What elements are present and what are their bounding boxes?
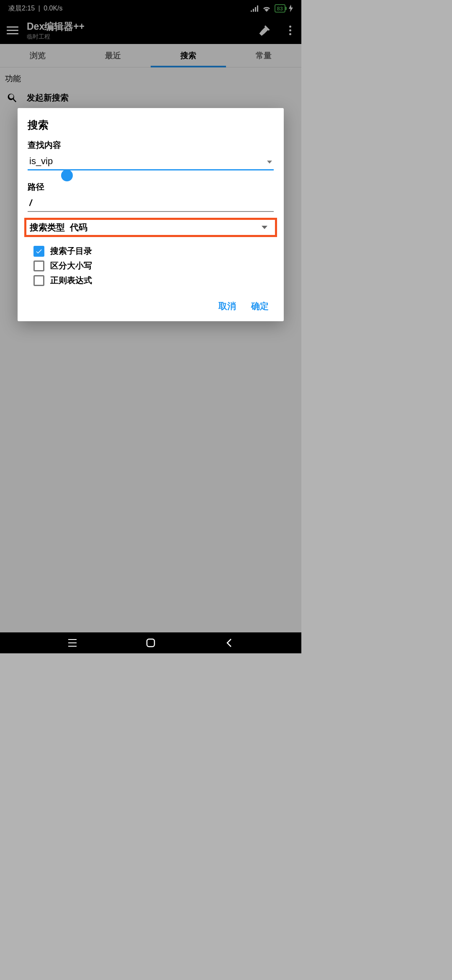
checkbox-row-subdirs[interactable]: 搜索子目录 (33, 244, 274, 258)
path-input[interactable] (28, 195, 274, 212)
search-type-label: 搜索类型 代码 (30, 222, 87, 233)
confirm-button[interactable]: 确定 (251, 300, 269, 312)
home-button[interactable] (145, 637, 156, 648)
checkbox-label: 搜索子目录 (50, 245, 92, 257)
search-type-dropdown[interactable]: 搜索类型 代码 (24, 218, 277, 237)
recent-apps-button[interactable] (67, 637, 78, 648)
text-cursor-handle[interactable] (61, 170, 73, 181)
back-button[interactable] (223, 637, 234, 648)
checkbox-label: 正则表达式 (50, 275, 92, 286)
checkbox-group: 搜索子目录 区分大小写 正则表达式 (18, 237, 284, 291)
checkbox-row-regex[interactable]: 正则表达式 (33, 273, 274, 288)
svg-rect-0 (147, 639, 154, 647)
search-dialog: 搜索 查找内容 路径 搜索类型 代码 搜索子目录 区分大小写 (18, 108, 284, 321)
checkbox-row-case[interactable]: 区分大小写 (33, 258, 274, 273)
checkbox-label: 区分大小写 (50, 260, 92, 271)
path-label: 路径 (28, 181, 274, 193)
find-input[interactable] (28, 153, 274, 170)
dialog-title: 搜索 (18, 118, 284, 139)
chevron-down-icon[interactable] (267, 160, 272, 163)
chevron-down-icon (262, 226, 267, 229)
modal-overlay[interactable] (0, 0, 301, 653)
checkbox-regex[interactable] (33, 275, 44, 286)
find-label: 查找内容 (28, 139, 274, 151)
cancel-button[interactable]: 取消 (218, 300, 236, 312)
system-nav-bar (0, 632, 301, 653)
checkbox-subdirs[interactable] (33, 246, 44, 257)
checkbox-case[interactable] (33, 260, 44, 271)
